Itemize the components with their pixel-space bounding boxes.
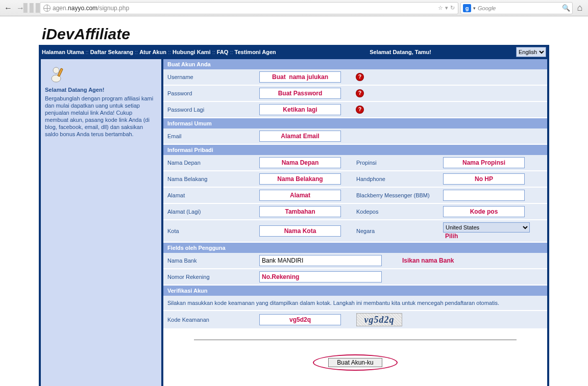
sidebar-heading: Selamat Datang Agen! — [45, 87, 157, 93]
google-badge-icon: g — [463, 4, 471, 12]
label-password: Password — [163, 85, 255, 101]
kodepos-input[interactable] — [443, 206, 525, 217]
username-input[interactable] — [259, 71, 341, 83]
password-repeat-input[interactable] — [259, 104, 341, 115]
label-username: Username — [163, 69, 255, 85]
kode-keamanan-input[interactable] — [259, 314, 341, 325]
section-buat-akun: Buat Akun Anda — [163, 59, 547, 69]
user-pencil-icon — [49, 65, 66, 83]
help-icon[interactable]: ? — [356, 90, 363, 97]
bookmark-icon[interactable]: ☆ — [438, 5, 443, 11]
nama-depan-input[interactable] — [259, 157, 341, 168]
dropdown-icon[interactable]: ▾ — [445, 5, 448, 11]
search-placeholder: Google — [478, 5, 560, 11]
language-select[interactable]: English — [516, 47, 546, 57]
email-input[interactable] — [259, 131, 341, 142]
nama-belakang-input[interactable] — [259, 173, 341, 185]
alamat-input[interactable] — [259, 190, 341, 201]
top-nav: Halaman Utama:: Daftar Sekarang:: Atur A… — [39, 45, 549, 59]
help-icon[interactable]: ? — [356, 73, 363, 81]
label-propinsi: Propinsi — [352, 155, 439, 171]
nav-hubungi-kami[interactable]: Hubungi Kami — [173, 49, 211, 55]
verify-instructions: Silakan masukkan kode keamanan yang dita… — [163, 296, 547, 311]
nama-bank-input[interactable] — [259, 255, 382, 266]
home-button[interactable]: ⌂ — [575, 3, 585, 13]
label-password-lagi: Password Lagi — [163, 101, 255, 118]
negara-select[interactable]: United States — [443, 222, 530, 233]
reload-icon[interactable]: ↻ — [450, 5, 455, 11]
svg-point-0 — [53, 67, 59, 73]
label-kota: Kota — [163, 220, 255, 242]
label-kode-keamanan: Kode Keamanan — [163, 311, 255, 329]
search-icon[interactable]: 🔍 — [562, 4, 570, 12]
label-bbm: Blackberry Messenger (BBM) — [352, 187, 439, 203]
search-bar[interactable]: g ▾ Google 🔍 — [460, 2, 573, 14]
hint-nama-bank: Isikan nama Bank — [392, 257, 454, 264]
buat-akun-button[interactable]: Buat Akun-ku — [328, 358, 382, 367]
help-icon[interactable]: ? — [356, 106, 363, 113]
url-text: agen.nayyo.com/signup.php — [53, 5, 436, 12]
section-informasi-pribadi: Informasi Pribadi — [163, 145, 547, 155]
bbm-input[interactable] — [443, 190, 525, 201]
sidebar: Selamat Datang Agen! Bergabunglah dengan… — [41, 59, 163, 386]
nav-halaman-utama[interactable]: Halaman Utama — [42, 49, 84, 55]
back-button[interactable]: ← — [3, 3, 13, 13]
nav-faq[interactable]: FAQ — [217, 49, 229, 55]
url-bar[interactable]: agen.nayyo.com/signup.php ☆ ▾ ↻ — [40, 2, 458, 14]
section-fields-pengguna: Fields oleh Pengguna — [163, 243, 547, 253]
section-informasi-umum: Informasi Umum — [163, 118, 547, 128]
pilih-link[interactable]: Pilih — [445, 233, 458, 240]
label-nama-bank: Nama Bank — [163, 253, 255, 269]
nomor-rekening-input[interactable] — [259, 271, 382, 282]
history-icon[interactable]: ▋▋▋ — [28, 3, 38, 13]
sidebar-body: Bergabunglah dengan program afiliasi kam… — [45, 95, 157, 138]
submit-highlight-circle: Buat Akun-ku — [313, 354, 397, 371]
label-kodepos: Kodepos — [352, 203, 439, 220]
captcha-image: vg5d2q — [356, 313, 402, 326]
label-alamat-lagi: Alamat (Lagi) — [163, 203, 255, 220]
globe-icon — [43, 5, 51, 12]
propinsi-input[interactable] — [443, 157, 525, 168]
submit-area: Buat Akun-ku — [163, 329, 547, 386]
browser-toolbar: ← → ▋▋▋ agen.nayyo.com/signup.php ☆ ▾ ↻ … — [0, 0, 588, 16]
label-negara: Negara — [352, 220, 439, 242]
welcome-message: Selamat Datang, Tamu! — [370, 49, 431, 55]
nav-daftar-sekarang[interactable]: Daftar Sekarang — [90, 49, 133, 55]
nav-testimoni-agen[interactable]: Testimoni Agen — [235, 49, 276, 55]
section-verifikasi: Verifikasi Akun — [163, 286, 547, 296]
site-logo: iDevAffiliate — [39, 25, 549, 43]
label-nama-depan: Nama Depan — [163, 155, 255, 171]
label-handphone: Handphone — [352, 171, 439, 187]
chevron-down-icon[interactable]: ▾ — [473, 6, 476, 11]
label-alamat: Alamat — [163, 187, 255, 203]
label-nama-belakang: Nama Belakang — [163, 171, 255, 187]
alamat-lagi-input[interactable] — [259, 206, 341, 217]
label-email: Email — [163, 128, 255, 144]
label-nomor-rekening: Nomor Rekening — [163, 269, 255, 285]
handphone-input[interactable] — [443, 173, 525, 185]
content-area: Buat Akun Anda Username ? Password ? Pas… — [163, 59, 547, 386]
nav-atur-akun[interactable]: Atur Akun — [139, 49, 166, 55]
password-input[interactable] — [259, 88, 341, 99]
kota-input[interactable] — [259, 225, 341, 237]
